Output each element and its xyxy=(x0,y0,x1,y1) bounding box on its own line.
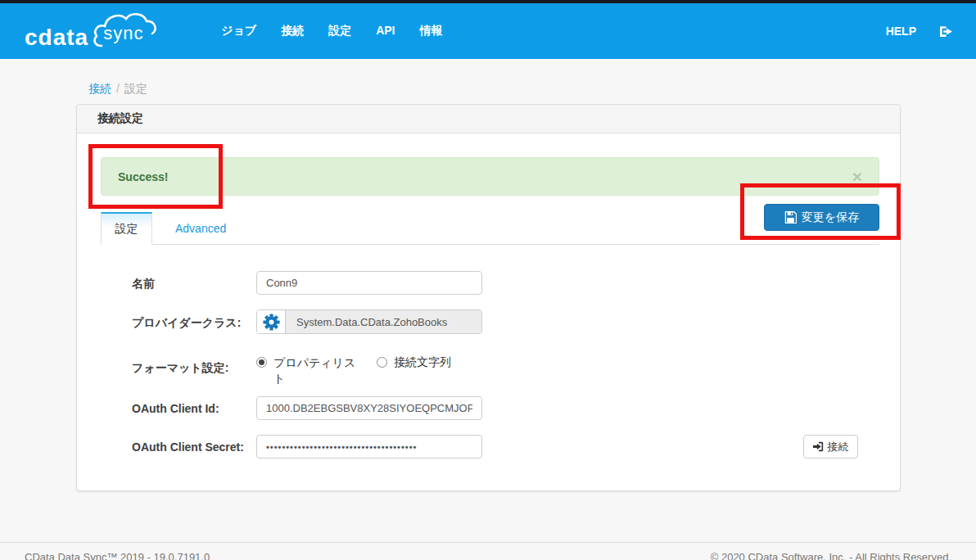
name-input[interactable] xyxy=(256,271,482,295)
footer-version-text: CData Data Sync™ 2019 - 19.0.7191.0 xyxy=(25,551,210,560)
panel-title: 接続設定 xyxy=(77,105,900,133)
oauth-client-secret-input[interactable] xyxy=(256,435,482,458)
tab-settings[interactable]: 設定 xyxy=(101,212,152,245)
logo-product-text: sync xyxy=(103,23,143,44)
page-footer: CData Data Sync™ 2019 - 19.0.7191.0 © 20… xyxy=(0,542,976,560)
nav-item-settings[interactable]: 設定 xyxy=(328,24,351,38)
nav-item-connections[interactable]: 接続 xyxy=(281,24,304,38)
oauth-client-id-input[interactable] xyxy=(256,396,482,420)
success-alert: Success! × xyxy=(101,157,879,196)
connection-settings-panel: 接続設定 Success! × 変更を保存 設定 Advanced 名前 プロバ… xyxy=(76,104,901,491)
success-alert-text: Success! xyxy=(118,170,168,183)
cdata-sync-logo[interactable]: cdata sync xyxy=(25,10,157,52)
sign-in-icon xyxy=(813,441,824,452)
radio-property-list[interactable]: プロパティリスト xyxy=(256,355,357,386)
breadcrumb-connections-link[interactable]: 接続 xyxy=(88,82,111,95)
footer-copyright-text: © 2020 CData Software, Inc. - All Rights… xyxy=(711,551,951,560)
breadcrumb-current: 設定 xyxy=(124,82,147,95)
format-radio-group: プロパティリスト 接続文字列 xyxy=(256,355,451,386)
main-nav: ジョブ 接続 設定 API 情報 xyxy=(221,24,442,38)
close-icon[interactable]: × xyxy=(852,168,862,185)
nav-item-info[interactable]: 情報 xyxy=(419,24,442,38)
format-setting-label: フォーマット設定: xyxy=(132,361,228,376)
provider-class-label: プロバイダークラス: xyxy=(132,316,241,331)
connect-button[interactable]: 接続 xyxy=(803,435,858,458)
breadcrumb: 接続/設定 xyxy=(88,82,147,97)
nav-item-api[interactable]: API xyxy=(376,24,395,38)
gear-icon[interactable] xyxy=(257,310,286,333)
provider-class-value: System.Data.CData.ZohoBooks xyxy=(286,310,481,333)
provider-class-group: System.Data.CData.ZohoBooks xyxy=(256,309,482,334)
app-header: cdata sync ジョブ 接続 設定 API 情報 HELP xyxy=(0,0,976,59)
radio-connection-string-label: 接続文字列 xyxy=(394,355,451,386)
connect-button-label: 接続 xyxy=(828,440,849,454)
radio-connection-string[interactable]: 接続文字列 xyxy=(377,355,451,386)
name-label: 名前 xyxy=(132,277,155,291)
breadcrumb-separator: / xyxy=(116,82,120,95)
oauth-client-id-label: OAuth Client Id: xyxy=(132,402,219,415)
nav-item-jobs[interactable]: ジョブ xyxy=(221,24,256,38)
tab-strip: 設定 Advanced xyxy=(101,212,879,245)
radio-unselected-icon xyxy=(377,357,387,368)
logo-brand-text: cdata xyxy=(25,26,88,49)
cloud-icon: sync xyxy=(90,10,157,52)
radio-selected-icon xyxy=(256,357,267,368)
help-link[interactable]: HELP xyxy=(886,25,916,38)
oauth-client-secret-label: OAuth Client Secret: xyxy=(132,440,244,454)
tab-advanced[interactable]: Advanced xyxy=(175,222,226,235)
radio-property-list-label: プロパティリスト xyxy=(273,355,357,386)
logout-icon[interactable] xyxy=(939,25,953,38)
